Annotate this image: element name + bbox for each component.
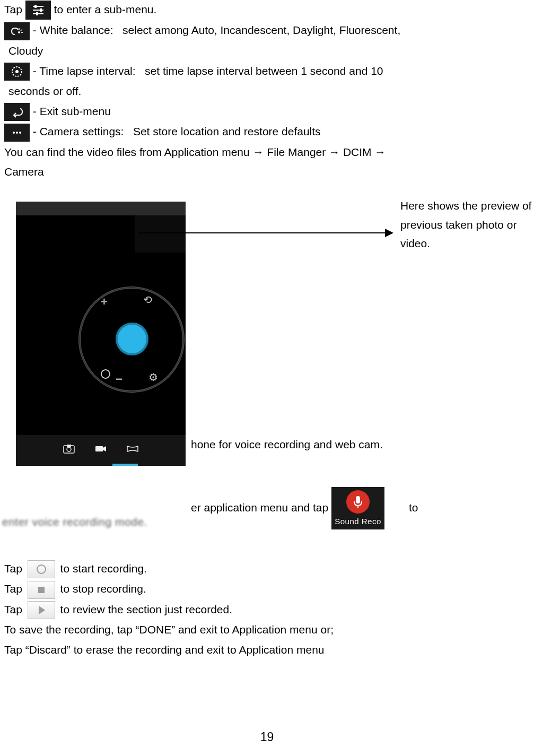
mode-icon[interactable] bbox=[101, 369, 110, 379]
text: - Time lapse interval: set time lapse in… bbox=[33, 65, 383, 77]
svg-point-9 bbox=[13, 132, 15, 134]
svg-rect-3 bbox=[34, 5, 37, 8]
svg-point-6 bbox=[18, 31, 20, 33]
text: - White balance: select among Auto, Inca… bbox=[33, 24, 400, 36]
microphone-icon bbox=[346, 490, 370, 514]
text: Tap bbox=[4, 583, 22, 595]
zoom-out-icon[interactable]: − bbox=[116, 369, 122, 389]
svg-point-10 bbox=[16, 132, 18, 134]
page-number: 19 bbox=[0, 727, 534, 748]
text: Tap bbox=[4, 603, 22, 615]
paragraph: - Camera settings: Set store location an… bbox=[4, 122, 530, 141]
arrow-right-icon: → bbox=[374, 146, 386, 158]
stop-button-icon[interactable] bbox=[28, 581, 55, 599]
paragraph: er application menu and tap Sound Reco t… bbox=[191, 487, 530, 529]
text: to start recording. bbox=[60, 562, 147, 575]
svg-point-13 bbox=[67, 447, 71, 451]
back-arrow-icon bbox=[4, 103, 30, 121]
svg-rect-12 bbox=[64, 446, 74, 453]
svg-rect-16 bbox=[356, 496, 360, 503]
preview-thumbnail[interactable] bbox=[135, 215, 186, 253]
camera-app-screenshot: + ⟲ − ⚙ bbox=[16, 202, 186, 466]
paragraph: - White balance: select among Auto, Inca… bbox=[4, 21, 530, 40]
switch-camera-icon[interactable]: ⟲ bbox=[143, 291, 152, 309]
sliders-icon bbox=[25, 1, 51, 20]
text: to stop recording. bbox=[60, 583, 146, 595]
text: Cloudy bbox=[4, 41, 530, 60]
text: DCIM bbox=[343, 146, 375, 158]
text: - Camera settings: Set store location an… bbox=[33, 125, 321, 137]
settings-dots-icon bbox=[4, 124, 30, 142]
arrow-right-icon: → bbox=[329, 146, 340, 158]
text: Tap bbox=[4, 3, 22, 15]
text: Camera bbox=[4, 162, 530, 181]
photo-tab-icon[interactable] bbox=[63, 440, 75, 460]
blurred-text: enter voice recording mode. bbox=[2, 512, 147, 532]
paragraph: You can find the video files from Applic… bbox=[4, 143, 530, 162]
paragraph: Tap to start recording. Tap to stop reco… bbox=[4, 558, 334, 661]
record-button-icon[interactable] bbox=[28, 560, 55, 578]
annotation-arrow bbox=[138, 232, 392, 233]
text: seconds or off. bbox=[4, 82, 530, 101]
text: Tap bbox=[4, 562, 22, 575]
active-tab-indicator bbox=[112, 464, 138, 466]
svg-rect-5 bbox=[36, 12, 38, 15]
time-lapse-icon bbox=[4, 63, 30, 81]
text-fragment: to bbox=[409, 501, 418, 514]
camera-mode-tabs bbox=[16, 435, 186, 466]
text: to enter a sub-menu. bbox=[54, 3, 157, 15]
play-button-icon[interactable] bbox=[28, 601, 55, 619]
video-tab-icon[interactable] bbox=[94, 440, 107, 460]
app-label: Sound Reco bbox=[331, 515, 384, 528]
svg-rect-15 bbox=[95, 446, 103, 451]
text: Tap “Discard” to erase the recording and… bbox=[4, 640, 334, 659]
arrow-right-icon: → bbox=[253, 146, 264, 158]
zoom-in-icon[interactable]: + bbox=[101, 292, 108, 311]
text-fragment: er application menu and tap bbox=[191, 501, 328, 514]
panorama-tab-icon[interactable] bbox=[126, 440, 139, 460]
white-balance-icon bbox=[4, 22, 30, 40]
paragraph: Tap to enter a sub-menu. bbox=[4, 0, 530, 20]
annotation-text: Here shows the preview of previous taken… bbox=[400, 196, 533, 253]
paragraph: - Time lapse interval: set time lapse in… bbox=[4, 62, 530, 81]
text: - Exit sub-menu bbox=[33, 105, 111, 117]
svg-point-11 bbox=[19, 132, 21, 134]
text-fragment: hone for voice recording and web cam. bbox=[191, 435, 383, 454]
paragraph: - Exit sub-menu bbox=[4, 102, 530, 121]
text: to review the section just recorded. bbox=[60, 603, 233, 615]
text: File Manger bbox=[267, 146, 329, 158]
status-bar bbox=[16, 202, 186, 215]
svg-rect-4 bbox=[40, 8, 42, 12]
sound-recorder-app-icon[interactable]: Sound Reco bbox=[331, 487, 384, 529]
svg-point-8 bbox=[15, 70, 19, 73]
shutter-button[interactable] bbox=[116, 323, 148, 355]
svg-rect-14 bbox=[67, 445, 71, 447]
settings-icon[interactable]: ⚙ bbox=[148, 368, 158, 386]
text: You can find the video files from Applic… bbox=[4, 146, 253, 158]
text: To save the recording, tap “DONE” and ex… bbox=[4, 620, 334, 639]
